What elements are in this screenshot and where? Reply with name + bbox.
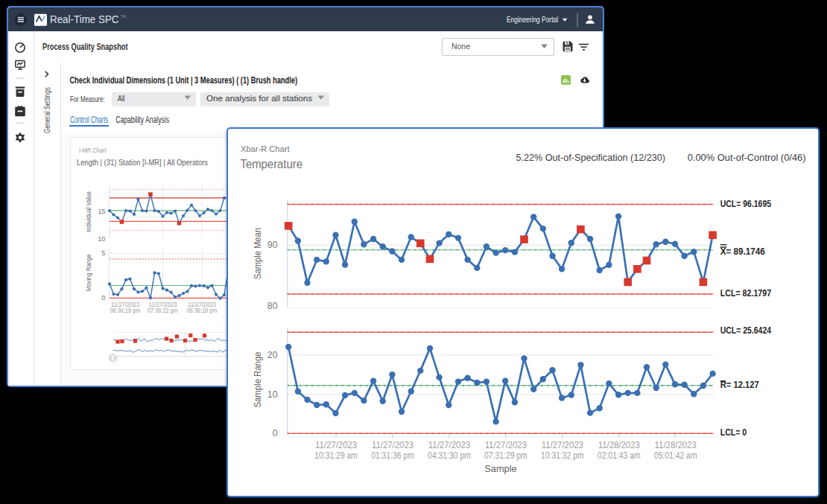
svg-text:Engineering Portal: Engineering Portal bbox=[507, 15, 558, 24]
svg-text:11/27/2023: 11/27/2023 bbox=[372, 440, 414, 450]
svg-text:02:01:43 am: 02:01:43 am bbox=[598, 450, 641, 461]
svg-text:Sample Mean: Sample Mean bbox=[252, 228, 263, 279]
svg-text:5: 5 bbox=[101, 249, 105, 257]
svg-text:Length | (31) Station [I-MR] |: Length | (31) Station [I-MR] | All Opera… bbox=[77, 157, 208, 167]
svg-text:10: 10 bbox=[267, 389, 278, 400]
svg-text:Real-Time SPC: Real-Time SPC bbox=[50, 13, 119, 25]
svg-text:07:36:22 pm: 07:36:22 pm bbox=[148, 307, 178, 314]
svg-text:11/27/2023: 11/27/2023 bbox=[542, 440, 584, 450]
svg-text:X= 89.1746: X= 89.1746 bbox=[720, 246, 765, 257]
svg-text:0: 0 bbox=[273, 428, 278, 438]
svg-text:10:31:29 am: 10:31:29 am bbox=[314, 450, 358, 461]
svg-text:I-MR Chart: I-MR Chart bbox=[79, 147, 107, 154]
svg-text:None: None bbox=[451, 42, 470, 51]
svg-text:Moving Range: Moving Range bbox=[85, 255, 92, 292]
svg-text:90: 90 bbox=[267, 240, 278, 250]
svg-text:05:01:42 am: 05:01:42 am bbox=[654, 450, 697, 461]
svg-text:20: 20 bbox=[267, 350, 278, 360]
svg-text:Check Individual Dimensions (1: Check Individual Dimensions (1 Unit | 3 … bbox=[69, 75, 297, 86]
svg-text:LCL= 0: LCL= 0 bbox=[720, 427, 747, 438]
svg-text:01:31:36 pm: 01:31:36 pm bbox=[371, 450, 414, 461]
svg-text:5.22% Out-of-Specification (12: 5.22% Out-of-Specification (12/230) bbox=[516, 152, 665, 163]
svg-text:TM: TM bbox=[121, 14, 127, 19]
svg-text:04:31:30 pm: 04:31:30 pm bbox=[428, 450, 471, 461]
svg-text:11/27/2023: 11/27/2023 bbox=[428, 440, 471, 450]
svg-text:All: All bbox=[118, 94, 125, 103]
svg-text:08:36:18 pm: 08:36:18 pm bbox=[187, 307, 218, 314]
svg-text:11/28/2023: 11/28/2023 bbox=[598, 440, 641, 450]
svg-text:Individual Value: Individual Value bbox=[85, 191, 92, 232]
svg-text:15: 15 bbox=[98, 208, 105, 215]
svg-text:10: 10 bbox=[98, 235, 105, 243]
svg-text:Capability Analysis: Capability Analysis bbox=[115, 115, 169, 125]
svg-text:10:31:32 pm: 10:31:32 pm bbox=[541, 450, 584, 461]
svg-text:Control Charts: Control Charts bbox=[70, 115, 108, 125]
svg-text:06:36:19 pm: 06:36:19 pm bbox=[110, 307, 141, 314]
svg-text:0.00% Out-of-Control (0/46): 0.00% Out-of-Control (0/46) bbox=[688, 152, 806, 163]
svg-text:General Settings: General Settings bbox=[42, 87, 51, 133]
svg-text:UCL= 96.1695: UCL= 96.1695 bbox=[720, 199, 772, 209]
svg-text:UCL= 25.6424: UCL= 25.6424 bbox=[720, 325, 772, 336]
svg-text:11/28/2023: 11/28/2023 bbox=[655, 440, 697, 450]
svg-text:Process Quality Snapshot: Process Quality Snapshot bbox=[42, 42, 128, 52]
svg-text:Xbar-R Chart: Xbar-R Chart bbox=[241, 144, 290, 154]
svg-text:Sample: Sample bbox=[484, 463, 516, 474]
svg-text:One analysis for all stations: One analysis for all stations bbox=[206, 94, 313, 103]
svg-text:For Measure:: For Measure: bbox=[70, 94, 105, 104]
svg-text:0: 0 bbox=[101, 294, 105, 302]
svg-text:11/27/2023: 11/27/2023 bbox=[485, 440, 527, 450]
svg-text:07:31:29 pm: 07:31:29 pm bbox=[484, 450, 527, 461]
svg-text:LCL= 82.1797: LCL= 82.1797 bbox=[720, 288, 772, 299]
svg-text:80: 80 bbox=[267, 301, 278, 311]
svg-text:R= 12.127: R= 12.127 bbox=[720, 380, 759, 390]
svg-text:Sample Range: Sample Range bbox=[252, 352, 263, 408]
svg-text:Temperature: Temperature bbox=[241, 157, 303, 171]
svg-text:11/27/2023: 11/27/2023 bbox=[315, 440, 358, 450]
